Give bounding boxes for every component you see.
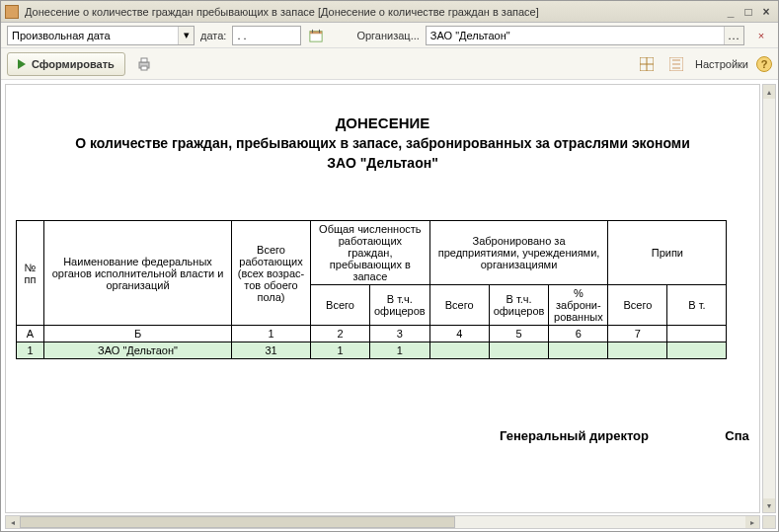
print-icon[interactable] — [133, 53, 155, 75]
th-group-reserve: Общая численность работающих граждан, пр… — [311, 221, 430, 285]
report-table: № пп Наименование федеральных органов ис… — [16, 220, 727, 359]
signature-name: Спа — [725, 428, 748, 443]
parameters-toolbar: Произвольная дата ▾ дата: . . Организац.… — [1, 23, 778, 48]
scroll-right-icon[interactable]: ▸ — [745, 516, 759, 528]
svg-rect-1 — [310, 31, 322, 34]
form-button[interactable]: Сформировать — [7, 52, 125, 76]
th-n2: 2 — [311, 326, 370, 342]
cell-c7 — [608, 342, 667, 359]
grid-icon[interactable] — [636, 53, 658, 75]
scroll-thumb-h[interactable] — [20, 516, 455, 528]
play-icon — [18, 59, 26, 69]
th-n7: 7 — [608, 326, 667, 342]
ellipsis-icon[interactable]: ... — [724, 27, 743, 44]
titlebar: Донесение о количестве граждан пребывающ… — [1, 1, 778, 23]
th-total-workers: Всего работающих (всех возрас- тов обоег… — [232, 221, 311, 326]
period-combo[interactable]: Произвольная дата ▾ — [7, 26, 195, 45]
th-name: Наименование федеральных органов исполни… — [44, 221, 232, 326]
signature-title: Генеральный директор — [500, 428, 649, 443]
date-label: дата: — [200, 30, 226, 41]
th-group-booked: Забронировано за предприятиями, учрежден… — [429, 221, 608, 285]
th-reserve-total: Всего — [311, 285, 370, 326]
svg-rect-6 — [141, 66, 147, 70]
report-title: ДОНЕСЕНИЕ — [16, 114, 749, 131]
chevron-down-icon[interactable]: ▾ — [178, 27, 194, 44]
maximize-button[interactable]: □ — [740, 5, 756, 19]
th-n5: 5 — [489, 326, 549, 342]
scroll-down-icon[interactable]: ▾ — [763, 498, 775, 512]
th-letter-b: Б — [44, 326, 232, 342]
form-button-label: Сформировать — [32, 58, 115, 70]
cell-c6 — [549, 342, 608, 359]
organization-value: ЗАО "Дельтаон" — [427, 30, 724, 41]
th-attached-total: Всего — [608, 285, 667, 326]
cell-c2: 1 — [311, 342, 370, 359]
signature-line: Генеральный директор Спа — [16, 428, 749, 443]
minimize-button[interactable]: _ — [723, 5, 739, 19]
th-reserve-officers: В т.ч. офицеров — [370, 285, 430, 326]
th-n3: 3 — [370, 326, 430, 342]
horizontal-scrollbar[interactable]: ◂ ▸ — [5, 515, 760, 529]
cell-name: ЗАО "Дельтаон" — [44, 342, 232, 359]
th-group-attached: Припи — [608, 221, 727, 285]
report-area: ДОНЕСЕНИЕ О количестве граждан, пребываю… — [1, 80, 778, 531]
cell-c4 — [429, 342, 489, 359]
org-label: Организац... — [356, 30, 419, 41]
th-booked-total: Всего — [429, 285, 489, 326]
cell-c3: 1 — [370, 342, 430, 359]
table-row[interactable]: 1 ЗАО "Дельтаон" 31 1 1 — [17, 342, 727, 359]
window-title: Донесение о количестве граждан пребывающ… — [25, 6, 721, 18]
th-num: № пп — [17, 221, 44, 326]
settings-icon[interactable] — [665, 53, 687, 75]
cell-c8 — [667, 342, 727, 359]
calendar-icon[interactable] — [307, 26, 325, 45]
report-subtitle: О количестве граждан, пребывающих в запа… — [16, 135, 749, 151]
close-button[interactable]: × — [758, 5, 774, 19]
th-booked-officers: В т.ч. офицеров — [489, 285, 549, 326]
date-input[interactable]: . . — [232, 26, 301, 45]
period-combo-text: Произвольная дата — [8, 30, 115, 41]
scroll-track-h[interactable] — [20, 516, 745, 528]
th-attached-officers: В т. — [667, 285, 727, 326]
app-icon — [5, 5, 19, 19]
settings-label[interactable]: Настройки — [695, 58, 748, 70]
th-n8 — [667, 326, 727, 342]
report-org-line: ЗАО "Дельтаон" — [16, 155, 749, 171]
organization-field[interactable]: ЗАО "Дельтаон" ... — [426, 26, 744, 45]
th-n4: 4 — [429, 326, 489, 342]
cell-c1: 31 — [232, 342, 311, 359]
scroll-corner — [762, 515, 776, 529]
clear-icon[interactable]: × — [750, 25, 772, 46]
cell-num: 1 — [17, 342, 44, 359]
th-n1: 1 — [232, 326, 311, 342]
vertical-scrollbar[interactable]: ▴ ▾ — [762, 84, 776, 513]
cell-c5 — [489, 342, 549, 359]
help-icon[interactable]: ? — [756, 56, 772, 72]
date-value: . . — [237, 30, 246, 41]
th-n6: 6 — [549, 326, 608, 342]
scroll-left-icon[interactable]: ◂ — [6, 516, 20, 528]
scroll-track-v[interactable] — [763, 99, 775, 498]
report-content: ДОНЕСЕНИЕ О количестве граждан, пребываю… — [5, 84, 760, 513]
action-toolbar: Сформировать Настройки ? — [1, 48, 778, 80]
svg-rect-5 — [141, 58, 147, 62]
scroll-up-icon[interactable]: ▴ — [763, 85, 775, 99]
th-letter-a: А — [17, 326, 44, 342]
th-booked-percent: % заброни- рованных — [549, 285, 608, 326]
